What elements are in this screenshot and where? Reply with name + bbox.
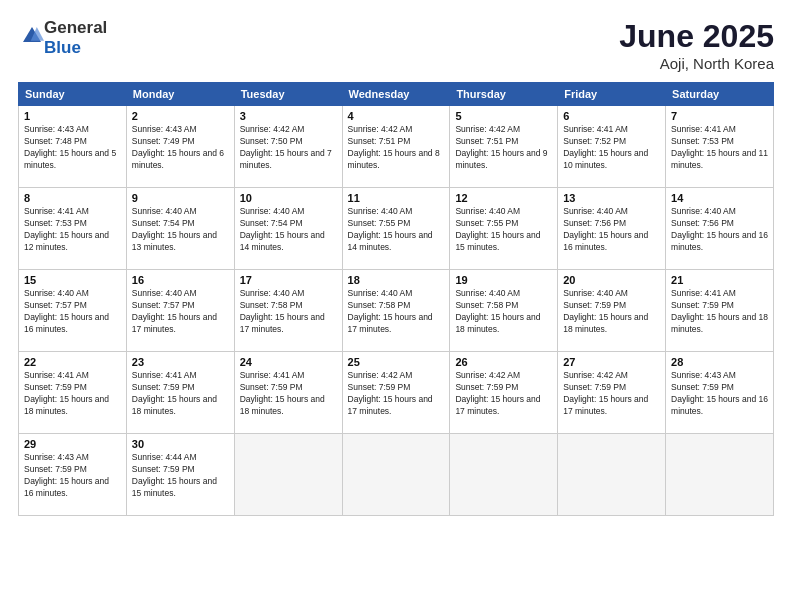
day-info: Sunrise: 4:43 AM Sunset: 7:59 PM Dayligh… (24, 452, 121, 500)
calendar-cell: 21 Sunrise: 4:41 AM Sunset: 7:59 PM Dayl… (666, 270, 774, 352)
day-number: 14 (671, 192, 768, 204)
calendar-table: SundayMondayTuesdayWednesdayThursdayFrid… (18, 82, 774, 516)
day-number: 9 (132, 192, 229, 204)
day-number: 6 (563, 110, 660, 122)
calendar-cell (450, 434, 558, 516)
day-info: Sunrise: 4:40 AM Sunset: 7:55 PM Dayligh… (348, 206, 445, 254)
calendar-week-row: 29 Sunrise: 4:43 AM Sunset: 7:59 PM Dayl… (19, 434, 774, 516)
day-number: 8 (24, 192, 121, 204)
day-number: 21 (671, 274, 768, 286)
calendar-cell: 1 Sunrise: 4:43 AM Sunset: 7:48 PM Dayli… (19, 106, 127, 188)
day-number: 11 (348, 192, 445, 204)
day-info: Sunrise: 4:42 AM Sunset: 7:51 PM Dayligh… (455, 124, 552, 172)
calendar-cell: 8 Sunrise: 4:41 AM Sunset: 7:53 PM Dayli… (19, 188, 127, 270)
day-number: 24 (240, 356, 337, 368)
day-number: 20 (563, 274, 660, 286)
logo-text: General Blue (44, 18, 107, 58)
calendar-week-row: 8 Sunrise: 4:41 AM Sunset: 7:53 PM Dayli… (19, 188, 774, 270)
day-number: 29 (24, 438, 121, 450)
calendar-cell: 20 Sunrise: 4:40 AM Sunset: 7:59 PM Dayl… (558, 270, 666, 352)
day-number: 10 (240, 192, 337, 204)
calendar-header-tuesday: Tuesday (234, 83, 342, 106)
day-info: Sunrise: 4:41 AM Sunset: 7:59 PM Dayligh… (24, 370, 121, 418)
calendar-cell: 11 Sunrise: 4:40 AM Sunset: 7:55 PM Dayl… (342, 188, 450, 270)
calendar-header-saturday: Saturday (666, 83, 774, 106)
day-number: 27 (563, 356, 660, 368)
calendar-cell: 3 Sunrise: 4:42 AM Sunset: 7:50 PM Dayli… (234, 106, 342, 188)
day-info: Sunrise: 4:40 AM Sunset: 7:57 PM Dayligh… (132, 288, 229, 336)
day-info: Sunrise: 4:43 AM Sunset: 7:49 PM Dayligh… (132, 124, 229, 172)
day-info: Sunrise: 4:40 AM Sunset: 7:54 PM Dayligh… (240, 206, 337, 254)
calendar-week-row: 1 Sunrise: 4:43 AM Sunset: 7:48 PM Dayli… (19, 106, 774, 188)
day-info: Sunrise: 4:44 AM Sunset: 7:59 PM Dayligh… (132, 452, 229, 500)
calendar-cell (558, 434, 666, 516)
calendar-cell: 14 Sunrise: 4:40 AM Sunset: 7:56 PM Dayl… (666, 188, 774, 270)
day-number: 23 (132, 356, 229, 368)
day-info: Sunrise: 4:41 AM Sunset: 7:53 PM Dayligh… (671, 124, 768, 172)
day-number: 22 (24, 356, 121, 368)
calendar-cell: 10 Sunrise: 4:40 AM Sunset: 7:54 PM Dayl… (234, 188, 342, 270)
calendar-cell: 26 Sunrise: 4:42 AM Sunset: 7:59 PM Dayl… (450, 352, 558, 434)
calendar-header-wednesday: Wednesday (342, 83, 450, 106)
day-number: 12 (455, 192, 552, 204)
calendar-header-row: SundayMondayTuesdayWednesdayThursdayFrid… (19, 83, 774, 106)
location-title: Aoji, North Korea (619, 55, 774, 72)
calendar-cell: 25 Sunrise: 4:42 AM Sunset: 7:59 PM Dayl… (342, 352, 450, 434)
logo-icon (20, 24, 44, 48)
day-info: Sunrise: 4:42 AM Sunset: 7:51 PM Dayligh… (348, 124, 445, 172)
calendar-week-row: 22 Sunrise: 4:41 AM Sunset: 7:59 PM Dayl… (19, 352, 774, 434)
logo: General Blue (18, 18, 107, 58)
day-number: 13 (563, 192, 660, 204)
calendar-cell: 17 Sunrise: 4:40 AM Sunset: 7:58 PM Dayl… (234, 270, 342, 352)
day-number: 30 (132, 438, 229, 450)
calendar-week-row: 15 Sunrise: 4:40 AM Sunset: 7:57 PM Dayl… (19, 270, 774, 352)
day-number: 26 (455, 356, 552, 368)
day-info: Sunrise: 4:40 AM Sunset: 7:55 PM Dayligh… (455, 206, 552, 254)
calendar-cell: 22 Sunrise: 4:41 AM Sunset: 7:59 PM Dayl… (19, 352, 127, 434)
day-number: 2 (132, 110, 229, 122)
day-info: Sunrise: 4:41 AM Sunset: 7:59 PM Dayligh… (240, 370, 337, 418)
logo-blue: Blue (44, 38, 81, 57)
day-info: Sunrise: 4:41 AM Sunset: 7:59 PM Dayligh… (671, 288, 768, 336)
calendar-cell: 7 Sunrise: 4:41 AM Sunset: 7:53 PM Dayli… (666, 106, 774, 188)
calendar-cell (342, 434, 450, 516)
calendar-cell: 27 Sunrise: 4:42 AM Sunset: 7:59 PM Dayl… (558, 352, 666, 434)
header: General Blue June 2025 Aoji, North Korea (18, 18, 774, 72)
day-number: 17 (240, 274, 337, 286)
logo-general: General (44, 18, 107, 37)
day-info: Sunrise: 4:43 AM Sunset: 7:48 PM Dayligh… (24, 124, 121, 172)
calendar-cell: 30 Sunrise: 4:44 AM Sunset: 7:59 PM Dayl… (126, 434, 234, 516)
day-info: Sunrise: 4:42 AM Sunset: 7:59 PM Dayligh… (563, 370, 660, 418)
calendar-cell: 9 Sunrise: 4:40 AM Sunset: 7:54 PM Dayli… (126, 188, 234, 270)
title-block: June 2025 Aoji, North Korea (619, 18, 774, 72)
day-number: 4 (348, 110, 445, 122)
logo-block (18, 24, 44, 52)
day-number: 25 (348, 356, 445, 368)
day-info: Sunrise: 4:41 AM Sunset: 7:59 PM Dayligh… (132, 370, 229, 418)
day-info: Sunrise: 4:41 AM Sunset: 7:52 PM Dayligh… (563, 124, 660, 172)
calendar-cell: 4 Sunrise: 4:42 AM Sunset: 7:51 PM Dayli… (342, 106, 450, 188)
day-info: Sunrise: 4:40 AM Sunset: 7:56 PM Dayligh… (671, 206, 768, 254)
calendar-header-sunday: Sunday (19, 83, 127, 106)
day-number: 3 (240, 110, 337, 122)
day-info: Sunrise: 4:43 AM Sunset: 7:59 PM Dayligh… (671, 370, 768, 418)
calendar-cell: 5 Sunrise: 4:42 AM Sunset: 7:51 PM Dayli… (450, 106, 558, 188)
calendar-cell: 13 Sunrise: 4:40 AM Sunset: 7:56 PM Dayl… (558, 188, 666, 270)
calendar-cell: 2 Sunrise: 4:43 AM Sunset: 7:49 PM Dayli… (126, 106, 234, 188)
calendar-header-thursday: Thursday (450, 83, 558, 106)
calendar-cell: 28 Sunrise: 4:43 AM Sunset: 7:59 PM Dayl… (666, 352, 774, 434)
day-number: 5 (455, 110, 552, 122)
day-number: 1 (24, 110, 121, 122)
day-info: Sunrise: 4:42 AM Sunset: 7:59 PM Dayligh… (348, 370, 445, 418)
month-title: June 2025 (619, 18, 774, 55)
day-number: 7 (671, 110, 768, 122)
day-number: 19 (455, 274, 552, 286)
day-info: Sunrise: 4:40 AM Sunset: 7:54 PM Dayligh… (132, 206, 229, 254)
calendar-cell: 24 Sunrise: 4:41 AM Sunset: 7:59 PM Dayl… (234, 352, 342, 434)
day-info: Sunrise: 4:40 AM Sunset: 7:59 PM Dayligh… (563, 288, 660, 336)
calendar-header-friday: Friday (558, 83, 666, 106)
calendar-cell: 19 Sunrise: 4:40 AM Sunset: 7:58 PM Dayl… (450, 270, 558, 352)
day-info: Sunrise: 4:40 AM Sunset: 7:58 PM Dayligh… (348, 288, 445, 336)
calendar-cell: 12 Sunrise: 4:40 AM Sunset: 7:55 PM Dayl… (450, 188, 558, 270)
day-info: Sunrise: 4:40 AM Sunset: 7:57 PM Dayligh… (24, 288, 121, 336)
